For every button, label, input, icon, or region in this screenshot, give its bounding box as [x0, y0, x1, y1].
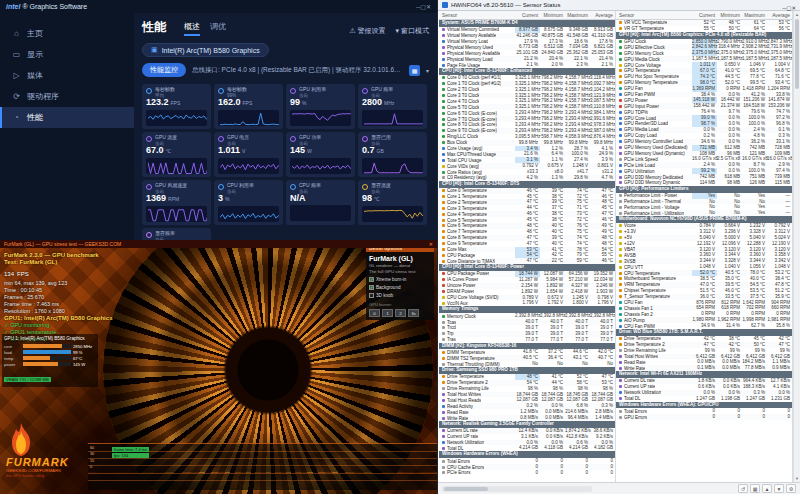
header-action-label: 警报设置 [358, 27, 386, 34]
sensor-section-header[interactable]: System: ASUS PRIME B760M-K D4 [439, 20, 615, 27]
furmark-logo-sub2: the GPU burner utility [6, 473, 102, 478]
sensor-section-header[interactable]: Motherboard: Nuvoton NCT6798D (ASUS PRIM… [616, 216, 792, 223]
gpu-selector-chip[interactable]: ▣ Intel(R) Arc(TM) B580 Graphics [142, 43, 269, 57]
sensor-value: 35.8 % [767, 323, 792, 329]
sensor-name: GPU Core Load [624, 116, 656, 121]
tab-1[interactable]: 调优 [210, 21, 226, 36]
sidebar-item-media[interactable]: ▷媒体 [0, 65, 134, 86]
home-icon: ⌂ [12, 29, 21, 38]
sensor-section-header[interactable]: Network: Intel Wi-Fi 6E AX211 160MHz [616, 371, 792, 378]
scroll-up-icon[interactable]: ▲ [794, 11, 800, 18]
sensor-type-icon [442, 28, 445, 31]
sensor-label-cell: T_Sensor Temperature [616, 294, 692, 299]
close-icon[interactable]: ✕ [429, 241, 433, 247]
sensor-section-header[interactable]: DIMM [#2]: Kingston KF548S38-16 [439, 343, 615, 350]
sensor-section-header[interactable]: Windows Hardware Errors (WHEA): GPU/CPU [616, 402, 792, 409]
sensor-label-cell: Performance Limit - Power [616, 193, 692, 198]
graph-legend: frame time: 7.4 ms [112, 447, 149, 452]
demo-checkbox[interactable]: ✓Xtreme burn-in [369, 277, 431, 282]
sensor-value: 2.0 % [540, 62, 565, 68]
move-down-icon[interactable]: ▼ [774, 484, 784, 493]
sidebar-item-home[interactable]: ⌂主页 [0, 23, 134, 44]
furmark-gpu-monitor-panel: GPU 1: Intel(R) Arc(TM) B580 Graphics co… [2, 334, 98, 387]
column-header-maximum: Maximum [742, 13, 767, 18]
sensor-row[interactable]: GPU Errors0000 [616, 414, 792, 420]
sidebar-item-drivers[interactable]: ⟳驱动程序 [0, 86, 134, 107]
sensor-label-cell: GPU D3D Memory Dynamic [616, 180, 692, 185]
tile-label: GPU 电压 [227, 135, 249, 141]
scrollbar-thumb[interactable] [795, 19, 799, 89]
sensor-name: DRAM Power [447, 289, 474, 294]
metric-icon [290, 136, 296, 142]
sensor-value: 4.214 GB [565, 445, 590, 451]
sensor-name: VR GT Temperature [624, 26, 664, 31]
osd-app-line: FurMark 2.3.0 — GPU benchmark [4, 252, 112, 259]
sensor-row[interactable]: PCIe Errors0000 [439, 470, 615, 476]
demo-button-1[interactable]: 1 [382, 309, 393, 317]
sensor-label-cell: CPU Cache Errors [439, 465, 515, 470]
reset-values-icon[interactable]: ↺ [738, 484, 748, 493]
scroll-down-icon[interactable]: ▼ [794, 475, 800, 482]
sensor-label-cell: Bus Clock [439, 140, 515, 145]
sensor-row[interactable]: Tras77.0 T77.0 T77.0 T77.0 T [439, 337, 615, 343]
tile-value: 99% [290, 98, 351, 108]
vertical-scrollbar[interactable]: ▲ ▼ [793, 11, 800, 482]
sensor-name: GPU Copy Load [624, 133, 657, 138]
sensor-value: 114 MB [692, 180, 717, 186]
checkbox-icon [369, 293, 374, 298]
sensor-row[interactable]: Total DL1.247 GB1.198 GB1.247 GB1.231 GB [616, 396, 792, 402]
sensor-section-header[interactable]: Drive: WD Blue SN580 1TB: S.M.A.R.T. [616, 329, 792, 336]
sensor-label-cell: VRM Temperature [616, 282, 692, 287]
sensor-section-header[interactable]: Memory Timings [439, 306, 615, 313]
demo-button-2[interactable]: 2 [395, 309, 406, 317]
demo-button-3x[interactable]: 3x [408, 309, 419, 317]
sensor-section-header[interactable]: CPU [#0]: Intel Core i5-13400F: DTS [439, 181, 615, 188]
sensor-type-icon [442, 219, 445, 222]
sidebar-item-performance[interactable]: ◔性能 [0, 107, 134, 128]
sensor-row[interactable]: GPU D3D Memory Dynamic114 MB98 MB126 MB1… [616, 180, 792, 186]
tile-unit: FPS [243, 100, 253, 106]
sensor-section-header[interactable]: CPU [#0]: Intel Core i5-13400F: Enhanced [439, 68, 615, 75]
sensor-row[interactable]: VR GT Temperature55 °C50 °C64 °C56 °C [616, 26, 792, 32]
sensor-section-header[interactable]: GPU [#0]: Performance Limiters [616, 186, 792, 193]
sensor-type-icon [619, 283, 622, 286]
close-icon[interactable]: ✕ [426, 4, 431, 10]
tab-0[interactable]: 概述 [184, 21, 200, 36]
settings-gear-icon[interactable]: ⚙ [786, 484, 796, 493]
demo-checkbox[interactable]: 3D knob [369, 293, 431, 298]
tile-labels: GPU 风扇速度当前 [155, 183, 187, 194]
sensor-section-header[interactable]: GPU [#0]: Intel Arc(TM) B580 Graphics: P… [616, 32, 792, 39]
header-action-0[interactable]: ⚠ 警报设置 [349, 26, 385, 36]
sensor-section-header[interactable]: Network: Realtek Gaming 2.5GbE Family Co… [439, 421, 615, 428]
header-action-1[interactable]: ▾ 窗口模式 [396, 26, 429, 36]
sensor-label-cell: Network Utilization [616, 390, 692, 395]
sensor-name: Uncore Power [447, 283, 476, 288]
sensor-type-icon [619, 200, 622, 203]
sensor-value: No [590, 361, 615, 367]
sensor-type-icon [442, 195, 445, 198]
sensor-section-header[interactable]: Windows Hardware Errors (WHEA) [439, 451, 615, 458]
metric-tile-8: GPU 风扇速度当前1369RPM [142, 180, 211, 225]
sensor-label-cell: +12V [616, 241, 692, 246]
layout-icon[interactable]: ▦ [750, 484, 760, 493]
move-up-icon[interactable]: ▲ [762, 484, 772, 493]
tile-sublabel: 当前 [227, 189, 254, 194]
sensor-type-icon [619, 21, 622, 24]
demo-checkbox[interactable]: ✓Background [369, 285, 431, 290]
sensor-type-icon [619, 230, 622, 233]
sensor-name: CPU Fan PWM [624, 324, 655, 329]
column-header-current: Current [692, 13, 717, 18]
sensor-type-icon [442, 460, 445, 463]
sensor-row[interactable]: C0 Residency (avg)4.2 %1.3 %29.8 %4.7 % [439, 175, 615, 181]
demo-button-0[interactable]: 0 [369, 309, 380, 317]
sensor-label-cell: Core Distance to TjMAX [439, 259, 515, 264]
sidebar-item-display[interactable]: ▭显示 [0, 44, 134, 65]
sensor-section-header[interactable]: CPU [#0]: Intel Core i5-13400F: Power [439, 264, 615, 271]
sensor-section-header[interactable]: Drive: Samsung SSD 980 PRO 1TB [439, 367, 615, 374]
sensor-label-cell: GPU Core Voltage [616, 63, 692, 68]
sensor-name: Total DL [447, 446, 464, 451]
chevron-down-icon[interactable]: ▾ [426, 67, 429, 74]
overlay-toggle-button[interactable]: ▦ [409, 65, 420, 76]
performance-monitor-button[interactable]: 性能监控 [142, 63, 186, 77]
horizontal-scrollbar[interactable] [442, 486, 592, 492]
